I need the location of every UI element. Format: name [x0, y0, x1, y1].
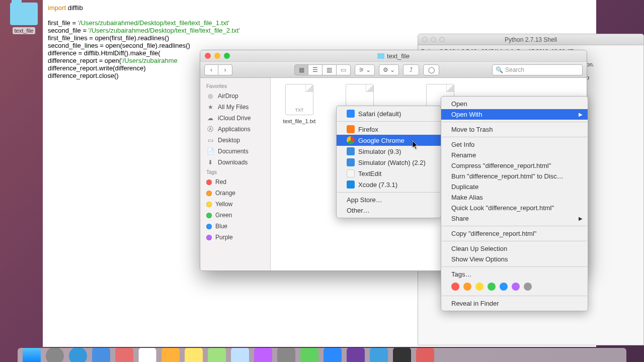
folder-label: text_file — [13, 27, 36, 34]
sidebar-tag-red[interactable]: Red — [200, 176, 270, 188]
firefox-icon — [347, 125, 355, 133]
finder-titlebar[interactable]: text_file — [200, 50, 587, 62]
ctx-reveal[interactable]: Reveal in Finder — [441, 298, 588, 309]
openwith-firefox[interactable]: Firefox — [337, 124, 441, 135]
openwith-safari[interactable]: Safari (default) — [337, 108, 441, 119]
dock-app[interactable] — [393, 348, 411, 362]
arrange-button[interactable]: ⚞ ⌄ — [355, 64, 375, 75]
sidebar-item-desktop[interactable]: ▭Desktop — [200, 135, 270, 146]
coverflow-view-button[interactable]: ▭ — [337, 64, 351, 75]
sidebar-item-allfiles[interactable]: ★All My Files — [200, 102, 270, 113]
dock-app[interactable] — [324, 348, 342, 362]
tags-header: Tags — [200, 168, 270, 176]
sidebar-item-airdrop[interactable]: ◎AirDrop — [200, 90, 270, 102]
dock-app[interactable] — [162, 348, 180, 362]
tag-dot-icon — [206, 235, 212, 240]
tag-gray[interactable] — [524, 283, 532, 291]
file-item[interactable]: TXT text_file_1.txt — [277, 84, 322, 124]
shell-titlebar[interactable]: Python 2.7.13 Shell — [418, 34, 643, 45]
share-button[interactable]: ⤴ — [403, 64, 419, 75]
ctx-alias[interactable]: Make Alias — [441, 192, 588, 203]
openwith-simulator-watch[interactable]: Simulator (Watch) (2.2) — [337, 157, 441, 168]
simulator-watch-icon — [347, 158, 355, 166]
ctx-tags[interactable]: Tags… — [441, 269, 588, 280]
openwith-simulator[interactable]: Simulator (9.3) — [337, 146, 441, 157]
ctx-duplicate[interactable]: Duplicate — [441, 182, 588, 192]
icon-view-button[interactable]: ▦ — [294, 64, 308, 75]
ctx-rename[interactable]: Rename — [441, 150, 588, 160]
dock-app[interactable] — [208, 348, 226, 362]
back-button[interactable]: ‹ — [204, 64, 218, 75]
tag-dot-icon — [206, 213, 212, 218]
tags-button[interactable]: ◯ — [423, 64, 439, 75]
ctx-openwith[interactable]: Open With▶ — [441, 109, 588, 120]
chevron-right-icon: ▶ — [579, 216, 583, 221]
ctx-open[interactable]: Open — [441, 99, 588, 109]
ctx-quicklook[interactable]: Quick Look "difference_report.html" — [441, 203, 588, 213]
dock-notes[interactable] — [185, 348, 203, 362]
dock-app[interactable] — [416, 348, 434, 362]
action-button[interactable]: ⚙ ⌄ — [379, 64, 399, 75]
tag-red[interactable] — [451, 283, 459, 291]
sidebar-tag-orange[interactable]: Orange — [200, 188, 270, 199]
dock-finder[interactable] — [23, 348, 41, 362]
sidebar-tag-purple[interactable]: Purple — [200, 232, 270, 243]
dock[interactable] — [18, 348, 626, 362]
dock-mail[interactable] — [92, 348, 110, 362]
tag-green[interactable] — [488, 283, 496, 291]
sidebar-item-applications[interactable]: ⒶApplications — [200, 124, 270, 135]
tag-dot-icon — [206, 202, 212, 207]
safari-icon — [347, 110, 355, 118]
search-icon: 🔍 — [496, 66, 503, 73]
icloud-icon: ☁ — [206, 115, 214, 122]
ctx-burn[interactable]: Burn "difference_report.html" to Disc… — [441, 171, 588, 182]
dock-app[interactable] — [69, 348, 87, 362]
tag-orange[interactable] — [463, 283, 471, 291]
sidebar-item-documents[interactable]: 📄Documents — [200, 146, 270, 157]
openwith-chrome[interactable]: Google Chrome — [337, 135, 441, 146]
openwith-appstore[interactable]: App Store… — [337, 195, 441, 205]
context-menu: Open Open With▶ Move to Trash Get Info R… — [441, 96, 588, 311]
column-view-button[interactable]: ▥ — [323, 64, 337, 75]
sidebar-item-icloud[interactable]: ☁iCloud Drive — [200, 113, 270, 124]
ctx-share[interactable]: Share▶ — [441, 213, 588, 224]
sidebar-tag-yellow[interactable]: Yellow — [200, 199, 270, 210]
chrome-icon — [347, 136, 355, 144]
ctx-getinfo[interactable]: Get Info — [441, 139, 588, 150]
dock-safari[interactable] — [46, 348, 64, 362]
dock-app[interactable] — [277, 348, 295, 362]
ctx-cleanup[interactable]: Clean Up Selection — [441, 243, 588, 254]
openwith-xcode[interactable]: Xcode (7.3.1) — [337, 179, 441, 190]
tag-dot-icon — [206, 191, 212, 196]
finder-toolbar: ‹ › ▦ ☰ ▥ ▭ ⚞ ⌄ ⚙ ⌄ ⤴ ◯ 🔍Search — [200, 62, 587, 78]
sidebar-tag-green[interactable]: Green — [200, 210, 270, 221]
ctx-viewopts[interactable]: Show View Options — [441, 254, 588, 264]
openwith-other[interactable]: Other… — [337, 205, 441, 216]
xcode-icon — [347, 180, 355, 189]
dock-app[interactable] — [347, 348, 365, 362]
forward-button[interactable]: › — [218, 64, 232, 75]
dock-calendar[interactable] — [138, 348, 156, 362]
dock-app[interactable] — [300, 348, 318, 362]
dock-app[interactable] — [231, 348, 249, 362]
tag-dot-icon — [206, 179, 212, 185]
dock-app[interactable] — [370, 348, 388, 362]
applications-icon: Ⓐ — [206, 126, 214, 133]
desktop-folder[interactable]: text_file — [10, 3, 38, 35]
chevron-right-icon: ▶ — [579, 112, 583, 117]
ctx-copy[interactable]: Copy "difference_report.html" — [441, 228, 588, 239]
dock-app[interactable] — [254, 348, 272, 362]
txt-file-icon: TXT — [285, 84, 313, 115]
dock-app[interactable] — [115, 348, 133, 362]
ctx-compress[interactable]: Compress "difference_report.html" — [441, 160, 588, 171]
tag-purple[interactable] — [512, 283, 520, 291]
ctx-trash[interactable]: Move to Trash — [441, 124, 588, 135]
shell-title: Python 2.7.13 Shell — [418, 36, 643, 43]
tag-yellow[interactable] — [475, 283, 484, 291]
tag-blue[interactable] — [500, 283, 508, 291]
list-view-button[interactable]: ☰ — [308, 64, 323, 75]
search-input[interactable]: 🔍Search — [492, 64, 583, 75]
openwith-textedit[interactable]: TextEdit — [337, 168, 441, 179]
sidebar-item-downloads[interactable]: ⬇Downloads — [200, 157, 270, 168]
sidebar-tag-blue[interactable]: Blue — [200, 221, 270, 232]
